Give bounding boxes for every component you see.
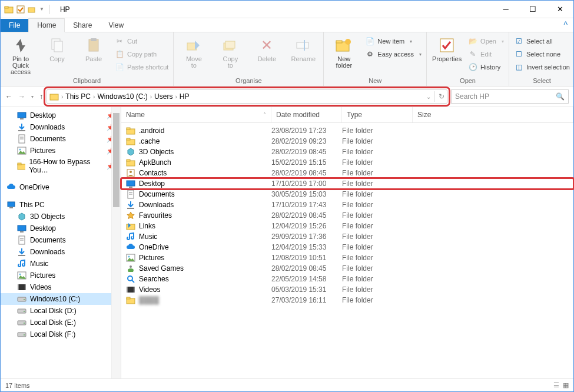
column-size[interactable]: Size: [413, 107, 573, 122]
table-row[interactable]: OneDrive12/04/2019 15:33File folder: [121, 242, 573, 253]
qat-dropdown[interactable]: ▼: [39, 6, 44, 12]
saved-icon: [126, 264, 135, 273]
svg-point-66: [130, 265, 132, 268]
group-open-label: Open: [430, 76, 505, 86]
tree-item[interactable]: Local Disk (F:): [1, 328, 121, 340]
back-button[interactable]: ←: [5, 92, 12, 101]
details-view-button[interactable]: ☰: [553, 381, 559, 389]
navigation-pane[interactable]: Desktop📌Downloads📌Documents📌Pictures📌166…: [1, 107, 121, 378]
pic-icon: [126, 253, 135, 263]
table-row[interactable]: 3D Objects28/02/2019 08:45File folder: [121, 147, 573, 157]
address-bar[interactable]: › This PC› Windows10 (C:)› Users› HP ⌄↻: [47, 89, 447, 104]
move-to-button[interactable]: Move to: [177, 34, 210, 69]
tree-item[interactable]: Desktop: [1, 222, 121, 234]
tree-item-onedrive[interactable]: OneDrive: [1, 181, 121, 193]
tree-item[interactable]: Documents: [1, 234, 121, 246]
qat-properties-icon[interactable]: [16, 5, 25, 14]
invert-selection-button[interactable]: ◫Invert selection: [513, 62, 571, 72]
new-item-button[interactable]: 📄New item▾: [364, 36, 423, 46]
copy-to-button[interactable]: Copy to: [214, 34, 247, 69]
paste-button[interactable]: Paste: [77, 34, 110, 62]
tree-item[interactable]: Downloads📌: [1, 121, 121, 133]
copy-button[interactable]: Copy: [41, 34, 74, 62]
table-row[interactable]: Links12/04/2019 15:26File folder: [121, 221, 573, 231]
tree-item[interactable]: Desktop📌: [1, 109, 121, 121]
table-row[interactable]: Downloads17/10/2019 17:43File folder: [121, 200, 573, 210]
window-title: HP: [55, 5, 492, 14]
properties-button[interactable]: Properties: [430, 34, 463, 62]
address-dropdown[interactable]: ⌄: [426, 94, 431, 100]
copy-path-button[interactable]: 📋Copy path: [114, 49, 170, 59]
tree-item[interactable]: Music: [1, 258, 121, 270]
tree-item[interactable]: 166-How to Bypass You…📌: [1, 157, 121, 175]
table-row[interactable]: Saved Games28/02/2019 08:45File folder: [121, 263, 573, 274]
edit-button[interactable]: ✎Edit: [467, 49, 505, 59]
table-row[interactable]: Contacts28/02/2019 08:45File folder: [121, 168, 573, 178]
tree-item[interactable]: Local Disk (E:): [1, 317, 121, 328]
table-row[interactable]: Favourites28/02/2019 08:45File folder: [121, 210, 573, 221]
column-name[interactable]: Name: [126, 111, 145, 119]
open-button[interactable]: 📂Open▾: [467, 36, 505, 46]
tree-item[interactable]: Windows10 (C:): [1, 293, 121, 305]
history-button[interactable]: 🕑History: [467, 62, 505, 72]
refresh-button[interactable]: ↻: [439, 92, 444, 101]
tree-item[interactable]: Documents📌: [1, 133, 121, 145]
forward-button[interactable]: →: [18, 92, 25, 101]
close-button[interactable]: ✕: [546, 1, 573, 18]
tree-item-thispc[interactable]: This PC: [1, 199, 121, 211]
breadcrumb-segment[interactable]: This PC: [65, 92, 91, 101]
new-folder-button[interactable]: New folder: [327, 34, 360, 69]
select-none-button[interactable]: ☐Select none: [513, 49, 571, 59]
table-row[interactable]: ████27/03/2019 16:11File folder: [121, 295, 573, 305]
easy-access-button[interactable]: ⚙Easy access▾: [364, 49, 423, 59]
tree-item[interactable]: Downloads: [1, 246, 121, 258]
qat-newfolder-icon[interactable]: [28, 5, 37, 14]
table-row[interactable]: .cache28/02/2019 09:23File folder: [121, 136, 573, 147]
search-input[interactable]: Search HP🔍: [451, 89, 569, 104]
breadcrumb-segment[interactable]: Windows10 (C:): [97, 92, 147, 101]
tab-share[interactable]: Share: [65, 19, 100, 32]
paste-shortcut-button[interactable]: 📄Paste shortcut: [114, 62, 170, 72]
tab-file[interactable]: File: [1, 19, 28, 32]
table-row[interactable]: Music29/09/2019 17:36File folder: [121, 231, 573, 242]
column-headers[interactable]: Name˄ Date modified Type Size: [121, 107, 573, 123]
up-button[interactable]: ↑: [39, 92, 43, 101]
table-row[interactable]: Desktop17/10/2019 17:00File folder: [121, 178, 573, 189]
recent-locations-button[interactable]: ▾: [31, 94, 34, 99]
file-list-pane[interactable]: Name˄ Date modified Type Size .android23…: [121, 107, 573, 378]
rename-button[interactable]: Rename: [287, 34, 320, 62]
tab-home[interactable]: Home: [28, 18, 65, 32]
svg-point-67: [128, 276, 132, 281]
collapse-ribbon-button[interactable]: ^: [558, 18, 573, 32]
group-select-label: Select: [513, 76, 571, 86]
music-icon: [126, 232, 135, 241]
minimize-button[interactable]: ─: [492, 1, 519, 18]
icons-view-button[interactable]: ▦: [563, 381, 569, 389]
table-row[interactable]: Pictures12/08/2019 10:51File folder: [121, 253, 573, 263]
table-row[interactable]: ApkBunch15/02/2019 15:15File folder: [121, 157, 573, 168]
select-all-button[interactable]: ☑Select all: [513, 36, 571, 46]
delete-button[interactable]: ✕ Delete: [250, 34, 283, 62]
breadcrumb-segment[interactable]: Users: [154, 92, 172, 101]
maximize-button[interactable]: ☐: [519, 1, 546, 18]
tab-view[interactable]: View: [100, 19, 132, 32]
easy-access-icon: ⚙: [365, 49, 374, 59]
cut-button[interactable]: ✂Cut: [114, 36, 170, 46]
column-type[interactable]: Type: [342, 107, 413, 122]
tree-item[interactable]: Pictures📌: [1, 145, 121, 157]
breadcrumb-segment[interactable]: HP: [180, 92, 190, 101]
svg-point-44: [24, 311, 25, 312]
pin-quick-access-button[interactable]: Pin to Quick access: [4, 34, 37, 75]
table-row[interactable]: .android23/08/2019 17:23File folder: [121, 125, 573, 136]
svg-rect-31: [20, 231, 24, 232]
tree-item[interactable]: Local Disk (D:): [1, 305, 121, 317]
tree-item[interactable]: Pictures: [1, 270, 121, 281]
table-row[interactable]: Searches22/05/2019 14:58File folder: [121, 274, 573, 284]
tree-item[interactable]: 3D Objects: [1, 211, 121, 222]
svg-point-37: [19, 274, 21, 275]
table-row[interactable]: Videos05/03/2019 15:31File folder: [121, 284, 573, 295]
column-date[interactable]: Date modified: [271, 107, 342, 122]
table-row[interactable]: Documents30/05/2019 15:03File folder: [121, 189, 573, 200]
tree-item[interactable]: Videos: [1, 281, 121, 293]
nav-scrollbar[interactable]: [111, 107, 121, 378]
